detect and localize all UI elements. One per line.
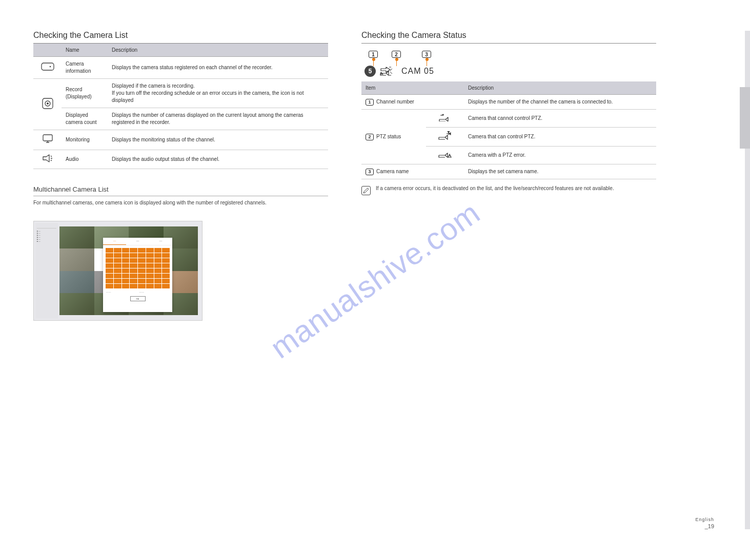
camera-list-table: Name Description Camera information Disp… [33, 44, 328, 169]
speaker-icon [33, 150, 62, 169]
left-section-title: Checking the Camera List [33, 31, 328, 44]
sample-camera-text: CAM 05 [401, 67, 434, 76]
table-row: Displayed camera count Displays the numb… [33, 108, 328, 130]
table-row: Record (Displayed) Displayed if the came… [33, 79, 328, 108]
multichannel-desc: For multichannel cameras, one camera ico… [33, 199, 328, 206]
overlay-tabs: ── ── ── [103, 238, 172, 245]
item-desc: Displays the number of the channel the c… [464, 95, 656, 110]
cam-tile [59, 248, 94, 271]
table-row: 1Channel number Displays the number of t… [361, 95, 656, 110]
ptz-on-icon [426, 128, 464, 147]
row-desc: Displays the audio output status of the … [108, 150, 328, 169]
item-desc: Camera that can control PTZ. [464, 128, 656, 147]
ptz-err-icon [426, 147, 464, 164]
right-column: Checking the Camera Status 1 2 3 5 CA [361, 31, 656, 321]
callout-3: 3 [422, 51, 431, 58]
col-header-icon [33, 44, 62, 57]
item-desc: Camera that cannot control PTZ. [464, 110, 656, 128]
table-row: Audio Displays the audio output status o… [33, 150, 328, 169]
col-header-name: Name [62, 44, 108, 57]
item-cell: 3Camera name [361, 164, 464, 179]
cam-annotation: 1 2 3 5 CAM 05 [364, 51, 656, 76]
svg-rect-0 [42, 63, 54, 70]
left-column: Checking the Camera List Name Descriptio… [33, 31, 328, 321]
items-col-header-desc: Description [464, 81, 656, 95]
row-name: Audio [62, 150, 108, 169]
item-desc: Displays the set camera name. [464, 164, 656, 179]
table-row: Monitoring Displays the monitoring statu… [33, 130, 328, 150]
index-badge: 1 [366, 99, 374, 106]
sample-camera-label: 5 CAM 05 [364, 66, 434, 77]
right-section-title: Checking the Camera Status [361, 31, 656, 44]
callout-1: 1 [369, 51, 378, 58]
callout-2: 2 [392, 51, 401, 58]
camera-info-icon [33, 57, 62, 79]
table-row: 3Camera name Displays the set camera nam… [361, 164, 656, 179]
cam-tile [59, 271, 94, 293]
item-cell: 1Channel number [361, 95, 464, 110]
cam-tile [59, 293, 94, 315]
software-screenshot: ■ ── ■ ──■ ──■ ──■ ──■ ── [33, 221, 202, 321]
row-desc: Displays the number of cameras displayed… [108, 108, 328, 130]
svg-rect-5 [43, 135, 52, 141]
screenshot-overlay-panel: ── ── ── ── ──── ── OK [103, 238, 172, 312]
record-icon [33, 79, 62, 130]
page-container: Checking the Camera List Name Descriptio… [0, 0, 750, 321]
lang-label: English [695, 517, 714, 522]
cam-tile [59, 226, 94, 248]
overlay-tab: ── [103, 238, 126, 245]
row-name: Displayed camera count [62, 108, 108, 130]
table-header-row: Item Description [361, 81, 656, 95]
items-col-header-item: Item [361, 81, 464, 95]
item-desc: Camera with a PTZ error. [464, 147, 656, 164]
item-cell: 2PTZ status [361, 110, 426, 164]
page-number: _19 [695, 523, 714, 529]
overlay-tab: ── [149, 238, 172, 245]
note-block: If a camera error occurs, it is deactiva… [361, 184, 656, 195]
table-row: Camera information Displays the camera s… [33, 57, 328, 79]
multichannel-title: Multichannel Camera List [33, 185, 328, 196]
index-badge: 2 [366, 134, 374, 140]
status-items-table: Item Description 1Channel number Display… [361, 81, 656, 179]
thumb-tab [740, 87, 750, 149]
table-header-row: Name Description [33, 44, 328, 57]
channel-number-badge: 5 [364, 66, 376, 77]
note-text: If a camera error occurs, it is deactiva… [376, 184, 614, 192]
ptz-on-icon [380, 66, 393, 76]
monitor-icon [33, 130, 62, 150]
ptz-off-icon [426, 110, 464, 128]
index-badge: 3 [366, 169, 374, 175]
page-footer: English _19 [695, 517, 714, 529]
screenshot-sidebar: ■ ── ■ ──■ ──■ ──■ ──■ ── [35, 223, 58, 319]
row-desc: Displayed if the camera is recording. If… [108, 79, 328, 108]
svg-point-1 [49, 66, 51, 68]
row-desc: Displays the camera status registered on… [108, 57, 328, 79]
svg-point-4 [47, 102, 49, 105]
row-name: Camera information [62, 57, 108, 79]
note-icon [361, 186, 371, 195]
overlay-ok-button: OK [130, 296, 146, 301]
col-header-desc: Description [108, 44, 328, 57]
table-row: 2PTZ status Camera that cannot control P… [361, 110, 656, 128]
overlay-keypad [106, 248, 170, 288]
row-name: Record (Displayed) [62, 79, 108, 108]
row-desc: Displays the monitoring status of the ch… [108, 130, 328, 150]
row-name: Monitoring [62, 130, 108, 150]
overlay-tab: ── [126, 238, 149, 245]
